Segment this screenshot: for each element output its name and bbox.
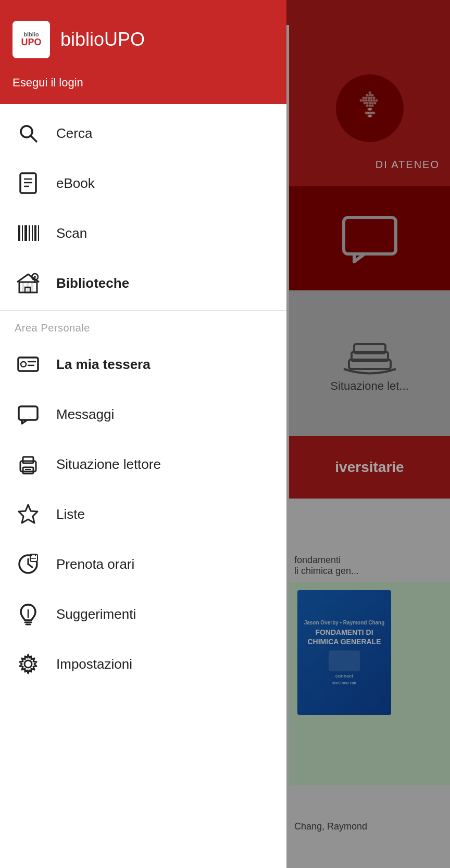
- menu-item-scan[interactable]: Scan: [0, 208, 286, 258]
- menu-item-ebook[interactable]: eBook: [0, 158, 286, 208]
- message-icon: [15, 401, 42, 428]
- drawer-header-top: biblio UPO biblioUPO: [12, 21, 274, 58]
- prenota-label: Prenota orari: [56, 556, 134, 572]
- app-title: biblioUPO: [60, 29, 145, 50]
- suggerimenti-label: Suggerimenti: [56, 606, 136, 622]
- ebook-icon: [15, 170, 42, 197]
- logo-upo-text: UPO: [21, 37, 41, 48]
- menu-item-tessera[interactable]: La mia tessera: [0, 339, 286, 389]
- menu-item-biblioteche[interactable]: Biblioteche: [0, 258, 286, 308]
- tessera-label: La mia tessera: [56, 356, 151, 373]
- svg-rect-68: [23, 467, 33, 474]
- menu-item-suggerimenti[interactable]: Suggerimenti: [0, 589, 286, 639]
- star-icon: [15, 501, 42, 528]
- drawer-scrim[interactable]: [286, 0, 450, 868]
- drawer-header: biblio UPO biblioUPO Esegui il login: [0, 0, 286, 104]
- settings-icon: [15, 650, 42, 678]
- login-button[interactable]: Esegui il login: [12, 76, 274, 90]
- biblioteche-label: Biblioteche: [56, 275, 129, 291]
- menu-item-cerca[interactable]: Cerca: [0, 108, 286, 158]
- messaggi-label: Messaggi: [56, 406, 114, 423]
- menu-divider: [0, 310, 286, 311]
- scan-label: Scan: [56, 225, 87, 241]
- svg-rect-56: [31, 282, 33, 292]
- svg-rect-50: [32, 225, 33, 241]
- svg-rect-48: [24, 225, 27, 241]
- card-icon: [15, 351, 42, 378]
- section-area-personale: Area Personale: [0, 313, 286, 339]
- clock-icon: [15, 551, 42, 578]
- svg-rect-54: [22, 282, 24, 292]
- cerca-label: Cerca: [56, 125, 92, 142]
- svg-rect-47: [22, 225, 23, 241]
- menu-item-liste[interactable]: Liste: [0, 489, 286, 539]
- ebook-label: eBook: [56, 175, 95, 192]
- svg-rect-65: [19, 406, 38, 420]
- impostazioni-label: Impostazioni: [56, 656, 132, 672]
- svg-rect-49: [29, 225, 30, 241]
- situazione-label: Situazione lettore: [56, 456, 161, 473]
- svg-rect-51: [34, 225, 36, 241]
- lightbulb-icon: [15, 601, 42, 628]
- reader-icon: [15, 451, 42, 478]
- svg-point-59: [34, 276, 36, 278]
- svg-point-62: [21, 362, 26, 367]
- svg-marker-71: [19, 505, 38, 523]
- scan-icon: [15, 220, 42, 247]
- svg-line-74: [28, 564, 32, 567]
- menu-item-messaggi[interactable]: Messaggi: [0, 389, 286, 439]
- menu-item-situazione[interactable]: Situazione lettore: [0, 439, 286, 489]
- svg-rect-46: [18, 225, 20, 241]
- svg-rect-52: [38, 225, 39, 241]
- drawer-menu: Cerca eBook: [0, 104, 286, 868]
- menu-item-impostazioni[interactable]: Impostazioni: [0, 639, 286, 689]
- menu-item-prenota[interactable]: Prenota orari: [0, 539, 286, 589]
- liste-label: Liste: [56, 506, 85, 522]
- search-icon: [15, 120, 42, 147]
- svg-rect-67: [23, 457, 33, 463]
- app-logo: biblio UPO: [12, 21, 50, 58]
- navigation-drawer: biblio UPO biblioUPO Esegui il login Cer…: [0, 0, 286, 868]
- svg-line-41: [31, 136, 36, 142]
- library-icon: [15, 270, 42, 297]
- svg-point-82: [24, 660, 32, 668]
